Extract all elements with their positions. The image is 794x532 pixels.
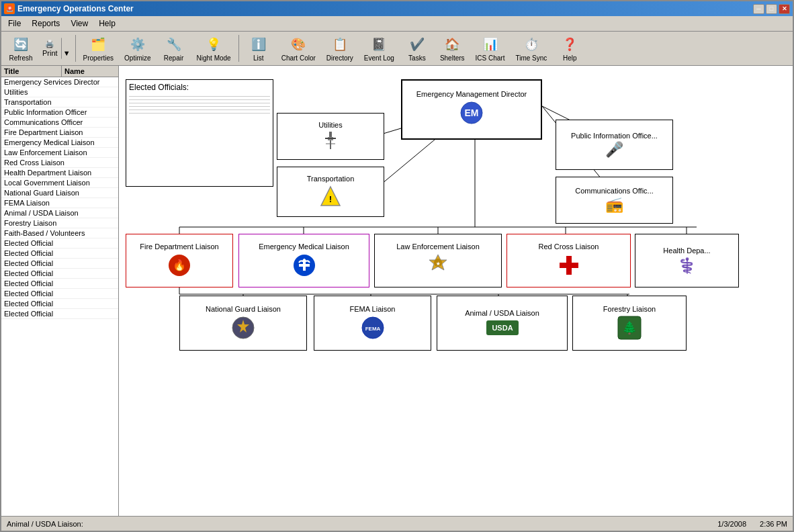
svg-text:!: ! bbox=[329, 194, 332, 204]
help-label: Help bbox=[563, 54, 577, 62]
refresh-button[interactable]: 🔄 Refresh bbox=[4, 33, 38, 64]
window-title: Emergency Operations Center bbox=[17, 4, 134, 13]
em-director-label: Emergency Management Director bbox=[416, 90, 527, 98]
ics-chart-icon: 📊 bbox=[481, 35, 500, 54]
sidebar-item-10[interactable]: Local Government Liaison bbox=[1, 178, 118, 188]
public-info-icon: 🎤 bbox=[605, 141, 623, 159]
sidebar-header: Title Name bbox=[1, 66, 118, 77]
communications-label: Communications Offic... bbox=[559, 187, 670, 195]
shelters-icon: 🏠 bbox=[443, 35, 461, 54]
print-button[interactable]: 🖨️ Print bbox=[39, 38, 61, 59]
fema-box[interactable]: FEMA Liaison FEMA bbox=[314, 296, 431, 351]
svg-text:★: ★ bbox=[436, 261, 441, 266]
sidebar-item-18[interactable]: Elected Official bbox=[1, 259, 118, 269]
sidebar-item-13[interactable]: Animal / USDA Liaison bbox=[1, 208, 118, 218]
event-log-button[interactable]: 📓 Event Log bbox=[359, 33, 399, 64]
properties-label: Properties bbox=[83, 54, 114, 62]
sidebar-item-22[interactable]: Elected Official bbox=[1, 299, 118, 309]
sidebar-item-2[interactable]: Transportation bbox=[1, 97, 118, 107]
em-director-icon: EM bbox=[459, 101, 484, 130]
law-enforcement-icon: ★ bbox=[426, 253, 450, 279]
em-director-box[interactable]: Emergency Management Director EM bbox=[401, 79, 542, 140]
sidebar-item-3[interactable]: Public Information Officer bbox=[1, 107, 118, 118]
optimize-button[interactable]: ⚙️ Optimize bbox=[120, 33, 155, 64]
forestry-label: Forestry Liaison bbox=[603, 305, 656, 313]
help-button[interactable]: ❓ Help bbox=[553, 33, 586, 64]
ics-chart-button[interactable]: 📊 ICS Chart bbox=[471, 33, 510, 64]
svg-rect-20 bbox=[329, 132, 332, 137]
minimize-button[interactable]: ─ bbox=[753, 4, 764, 14]
shelters-button[interactable]: 🏠 Shelters bbox=[435, 33, 470, 64]
sidebar-item-6[interactable]: Emergency Medical Liaison bbox=[1, 138, 118, 148]
ems-box[interactable]: Emergency Medical Liaison bbox=[238, 234, 369, 287]
communications-icon: 📻 bbox=[605, 196, 623, 214]
print-dropdown-button[interactable]: ▼ bbox=[61, 38, 73, 59]
chart-color-button[interactable]: 🎨 Chart Color bbox=[277, 33, 320, 64]
sidebar-item-8[interactable]: Red Cross Liaison bbox=[1, 158, 118, 168]
nat-guard-label: National Guard Liaison bbox=[206, 305, 281, 313]
status-date: 1/3/2008 bbox=[717, 520, 746, 528]
public-info-box[interactable]: Public Information Office... 🎤 bbox=[556, 120, 673, 170]
maximize-button[interactable]: □ bbox=[766, 4, 777, 14]
close-button[interactable]: ✕ bbox=[779, 4, 790, 14]
sidebar-item-17[interactable]: Elected Official bbox=[1, 249, 118, 259]
menu-reports[interactable]: Reports bbox=[28, 17, 64, 30]
sidebar-item-1[interactable]: Utilities bbox=[1, 87, 118, 97]
red-cross-box[interactable]: Red Cross Liaison bbox=[506, 234, 631, 287]
night-mode-button[interactable]: 💡 Night Mode bbox=[192, 33, 236, 64]
sidebar-item-21[interactable]: Elected Official bbox=[1, 289, 118, 299]
sidebar-item-9[interactable]: Health Department Liaison bbox=[1, 168, 118, 178]
sidebar-item-11[interactable]: National Guard Liaison bbox=[1, 188, 118, 198]
law-enforcement-box[interactable]: Law Enforcement Liaison ★ bbox=[374, 234, 502, 287]
time-sync-button[interactable]: ⏱️ Time Sync bbox=[511, 33, 552, 64]
print-arrow-icon: ▼ bbox=[63, 49, 71, 57]
elected-officials-box[interactable]: Elected Officials: bbox=[126, 79, 273, 187]
directory-icon: 📋 bbox=[330, 35, 349, 54]
chart-area: Elected Officials: Emergency Management … bbox=[119, 66, 793, 469]
usda-box[interactable]: Animal / USDA Liaison USDA bbox=[437, 296, 568, 351]
sidebar-item-12[interactable]: FEMA Liaison bbox=[1, 198, 118, 208]
sidebar-item-19[interactable]: Elected Official bbox=[1, 269, 118, 279]
directory-label: Directory bbox=[326, 54, 353, 62]
sidebar-item-16[interactable]: Elected Official bbox=[1, 238, 118, 249]
tasks-label: Tasks bbox=[408, 54, 426, 62]
sidebar-item-15[interactable]: Faith-Based / Volunteers bbox=[1, 228, 118, 238]
communications-box[interactable]: Communications Offic... 📻 bbox=[556, 177, 673, 224]
properties-button[interactable]: 🗂️ Properties bbox=[79, 33, 119, 64]
list-button[interactable]: ℹ️ List bbox=[242, 33, 275, 64]
sidebar-item-7[interactable]: Law Enforcement Liaison bbox=[1, 148, 118, 158]
ems-label: Emergency Medical Liaison bbox=[259, 242, 349, 251]
title-bar: 🚨 Emergency Operations Center ─ □ ✕ bbox=[1, 1, 793, 16]
tasks-icon: ✔️ bbox=[408, 35, 427, 54]
menu-view[interactable]: View bbox=[67, 17, 92, 30]
sidebar-item-20[interactable]: Elected Official bbox=[1, 279, 118, 289]
sidebar-item-23[interactable]: Elected Official bbox=[1, 309, 118, 319]
elected-officials-label: Elected Officials: bbox=[129, 83, 270, 92]
sidebar-item-14[interactable]: Forestry Liaison bbox=[1, 218, 118, 228]
fire-dept-box[interactable]: Fire Department Liaison 🔥 bbox=[126, 234, 233, 287]
status-bar: Animal / USDA Liaison: 1/3/2008 2:36 PM bbox=[1, 516, 793, 531]
menu-help[interactable]: Help bbox=[95, 17, 120, 30]
event-log-label: Event Log bbox=[364, 54, 394, 62]
utilities-box[interactable]: Utilities bbox=[277, 113, 384, 160]
separator-1 bbox=[75, 35, 76, 62]
refresh-label: Refresh bbox=[9, 54, 32, 62]
sidebar-item-4[interactable]: Communications Officer bbox=[1, 118, 118, 128]
tasks-button[interactable]: ✔️ Tasks bbox=[400, 33, 434, 64]
menu-file[interactable]: File bbox=[4, 17, 25, 30]
col-name-header: Name bbox=[62, 66, 87, 77]
repair-label: Repair bbox=[164, 54, 183, 62]
sidebar-item-5[interactable]: Fire Department Liaison bbox=[1, 128, 118, 138]
health-dept-box[interactable]: Health Depa... ⚕️ bbox=[635, 234, 739, 287]
forestry-box[interactable]: Forestry Liaison 🌲 bbox=[572, 296, 687, 351]
svg-text:🌲: 🌲 bbox=[622, 320, 637, 335]
red-cross-icon bbox=[557, 253, 581, 279]
svg-rect-34 bbox=[560, 263, 578, 268]
repair-button[interactable]: 🔧 Repair bbox=[157, 33, 191, 64]
main-content[interactable]: Elected Officials: Emergency Management … bbox=[119, 66, 793, 516]
nat-guard-box[interactable]: National Guard Liaison bbox=[179, 296, 307, 351]
fire-dept-icon: 🔥 bbox=[167, 253, 191, 279]
transportation-box[interactable]: Transportation ! bbox=[277, 167, 384, 217]
directory-button[interactable]: 📋 Directory bbox=[322, 33, 358, 64]
sidebar-item-0[interactable]: Emergency Services Director bbox=[1, 77, 118, 87]
